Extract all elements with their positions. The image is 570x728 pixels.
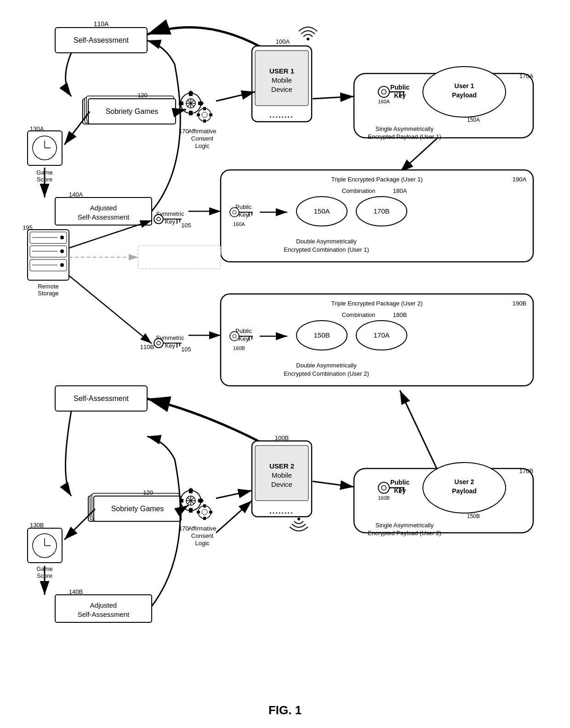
- svg-text:Combination: Combination: [342, 311, 376, 318]
- svg-text:190A: 190A: [513, 176, 527, 183]
- svg-rect-171: [197, 511, 200, 514]
- svg-text:130B: 130B: [30, 522, 44, 529]
- svg-point-57: [382, 90, 386, 94]
- svg-text:Consent: Consent: [191, 532, 214, 539]
- svg-text:160A: 160A: [378, 99, 390, 104]
- svg-text:Sobriety Games: Sobriety Games: [106, 107, 159, 115]
- svg-text:Affirmative: Affirmative: [188, 525, 216, 532]
- svg-text:170A: 170A: [519, 73, 534, 79]
- svg-text:160B: 160B: [378, 495, 390, 501]
- svg-text:Encrypted Payload (User 1): Encrypted Payload (User 1): [368, 133, 441, 140]
- svg-text:Public: Public: [390, 479, 410, 486]
- svg-text:170A: 170A: [373, 331, 389, 339]
- svg-text:User 2: User 2: [455, 478, 474, 485]
- svg-text:Device: Device: [271, 85, 292, 93]
- svg-rect-37: [209, 113, 212, 116]
- svg-text:140B: 140B: [69, 588, 83, 595]
- svg-text:Payload: Payload: [452, 487, 477, 495]
- svg-rect-103: [138, 246, 221, 269]
- svg-text:150B: 150B: [467, 513, 480, 519]
- svg-point-201: [382, 485, 386, 490]
- svg-text:▪▪▪▪▪▪▪▪: ▪▪▪▪▪▪▪▪: [270, 114, 294, 119]
- svg-text:150A: 150A: [467, 117, 480, 123]
- svg-text:FIG. 1: FIG. 1: [268, 703, 302, 717]
- svg-point-93: [60, 236, 64, 239]
- svg-text:170B: 170B: [519, 468, 533, 474]
- svg-text:Consent: Consent: [191, 135, 214, 142]
- svg-text:110A: 110A: [94, 20, 109, 28]
- svg-point-122: [233, 334, 236, 338]
- svg-text:Storage: Storage: [38, 290, 59, 297]
- svg-point-77: [233, 210, 236, 214]
- svg-text:170B: 170B: [373, 207, 389, 215]
- svg-text:Sobriety Games: Sobriety Games: [111, 505, 164, 513]
- svg-text:Self-Assessment: Self-Assessment: [78, 610, 130, 618]
- svg-line-142: [69, 276, 152, 344]
- svg-rect-158: [189, 508, 193, 513]
- svg-text:User 1: User 1: [455, 82, 474, 90]
- svg-text:Mobile: Mobile: [272, 76, 292, 84]
- svg-point-107: [157, 217, 160, 221]
- svg-point-94: [60, 249, 64, 253]
- svg-text:120: 120: [137, 92, 148, 99]
- svg-text:Double Asymmetrically: Double Asymmetrically: [296, 362, 357, 369]
- svg-line-196: [216, 501, 252, 533]
- svg-rect-36: [197, 113, 200, 116]
- svg-rect-34: [203, 107, 206, 110]
- svg-rect-169: [203, 504, 206, 508]
- svg-text:180A: 180A: [393, 187, 407, 194]
- svg-text:Remote: Remote: [38, 283, 59, 290]
- svg-text:Triple Encrypted Package (User: Triple Encrypted Package (User 2): [331, 300, 423, 307]
- svg-text:105: 105: [181, 346, 191, 353]
- svg-text:Payload: Payload: [452, 91, 477, 99]
- svg-text:140A: 140A: [69, 191, 83, 198]
- svg-text:Device: Device: [271, 480, 292, 488]
- svg-text:195: 195: [23, 224, 33, 231]
- svg-rect-35: [203, 119, 206, 123]
- svg-text:180B: 180B: [393, 311, 407, 318]
- svg-text:Single Asymmetrically: Single Asymmetrically: [376, 125, 434, 132]
- svg-text:Encrypted Combination (User 2): Encrypted Combination (User 2): [284, 370, 369, 377]
- svg-rect-170: [203, 517, 206, 520]
- svg-text:USER 1: USER 1: [269, 67, 294, 75]
- svg-text:150B: 150B: [314, 331, 330, 339]
- svg-point-153: [297, 518, 300, 520]
- svg-text:Single Asymmetrically: Single Asymmetrically: [376, 522, 434, 529]
- svg-point-12: [307, 38, 309, 40]
- svg-text:100A: 100A: [276, 38, 290, 45]
- svg-text:Triple Encrypted Package (User: Triple Encrypted Package (User 1): [331, 176, 423, 183]
- svg-point-95: [60, 263, 64, 267]
- svg-text:160A: 160A: [233, 221, 245, 227]
- svg-text:150A: 150A: [314, 207, 330, 215]
- svg-text:Encrypted Payload (User 2): Encrypted Payload (User 2): [368, 530, 441, 536]
- svg-text:130A: 130A: [30, 125, 44, 132]
- svg-text:Adjusted: Adjusted: [90, 204, 117, 212]
- svg-text:100B: 100B: [275, 435, 289, 441]
- svg-rect-172: [209, 511, 212, 514]
- svg-point-168: [202, 509, 207, 515]
- svg-rect-23: [189, 111, 193, 115]
- svg-point-33: [202, 112, 207, 118]
- svg-text:Self-Assessment: Self-Assessment: [74, 36, 129, 44]
- patent-diagram: Self-Assessment 110A USER 1 Mobile Devic…: [0, 0, 570, 728]
- svg-text:Self-Assessment: Self-Assessment: [78, 213, 130, 221]
- svg-text:160B: 160B: [233, 345, 245, 351]
- svg-text:Self-Assessment: Self-Assessment: [74, 395, 129, 402]
- svg-text:105: 105: [181, 222, 191, 229]
- svg-text:Public: Public: [390, 84, 410, 91]
- svg-text:▪▪▪▪▪▪▪▪: ▪▪▪▪▪▪▪▪: [270, 510, 294, 515]
- svg-text:Double Asymmetrically: Double Asymmetrically: [296, 238, 357, 245]
- svg-text:190B: 190B: [513, 300, 526, 307]
- svg-point-137: [157, 341, 160, 345]
- svg-text:Combination: Combination: [342, 187, 376, 194]
- svg-text:Logic: Logic: [195, 540, 210, 547]
- svg-text:Logic: Logic: [195, 142, 210, 149]
- svg-text:120: 120: [143, 489, 153, 496]
- svg-text:Encrypted Combination (User 1): Encrypted Combination (User 1): [284, 246, 369, 253]
- svg-text:Adjusted: Adjusted: [90, 601, 117, 609]
- svg-text:Mobile: Mobile: [272, 471, 292, 479]
- svg-text:110B: 110B: [140, 344, 154, 350]
- svg-text:Affirmative: Affirmative: [188, 128, 216, 135]
- svg-text:USER 2: USER 2: [269, 462, 294, 470]
